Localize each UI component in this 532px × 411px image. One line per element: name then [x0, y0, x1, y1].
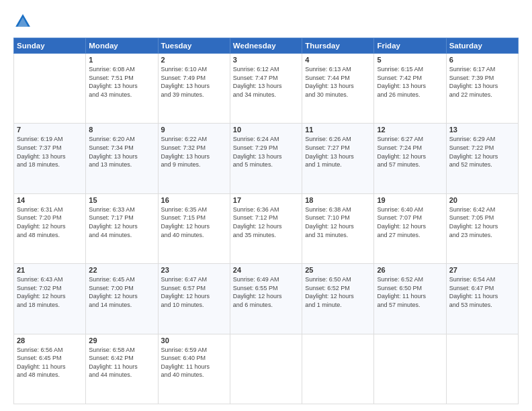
day-info: Sunrise: 6:36 AM Sunset: 7:12 PM Dayligh…	[233, 205, 299, 239]
day-number: 17	[233, 196, 299, 204]
table-row	[446, 334, 518, 404]
table-row: 10Sunrise: 6:24 AM Sunset: 7:29 PM Dayli…	[230, 124, 302, 193]
day-info: Sunrise: 6:49 AM Sunset: 6:55 PM Dayligh…	[233, 275, 299, 309]
day-number: 10	[233, 126, 299, 134]
day-number: 16	[161, 196, 227, 204]
day-number: 29	[89, 336, 154, 345]
day-info: Sunrise: 6:42 AM Sunset: 7:05 PM Dayligh…	[449, 205, 515, 239]
calendar-week-row: 28Sunrise: 6:56 AM Sunset: 6:45 PM Dayli…	[14, 334, 519, 404]
table-row: 1Sunrise: 6:08 AM Sunset: 7:51 PM Daylig…	[86, 54, 158, 124]
header	[13, 12, 519, 31]
col-sunday: Sunday	[14, 38, 86, 54]
day-info: Sunrise: 6:52 AM Sunset: 6:50 PM Dayligh…	[377, 275, 443, 309]
day-info: Sunrise: 6:19 AM Sunset: 7:37 PM Dayligh…	[17, 135, 83, 169]
day-number: 19	[377, 196, 443, 204]
day-info: Sunrise: 6:59 AM Sunset: 6:40 PM Dayligh…	[161, 346, 227, 379]
table-row: 12Sunrise: 6:27 AM Sunset: 7:24 PM Dayli…	[374, 124, 446, 193]
table-row: 23Sunrise: 6:47 AM Sunset: 6:57 PM Dayli…	[158, 264, 230, 334]
table-row: 13Sunrise: 6:29 AM Sunset: 7:22 PM Dayli…	[446, 124, 518, 193]
table-row: 6Sunrise: 6:17 AM Sunset: 7:39 PM Daylig…	[446, 54, 518, 124]
logo	[13, 12, 35, 31]
day-info: Sunrise: 6:40 AM Sunset: 7:07 PM Dayligh…	[377, 205, 443, 239]
day-number: 11	[305, 126, 371, 134]
table-row: 4Sunrise: 6:13 AM Sunset: 7:44 PM Daylig…	[302, 54, 374, 124]
table-row: 21Sunrise: 6:43 AM Sunset: 7:02 PM Dayli…	[14, 264, 86, 334]
col-monday: Monday	[86, 38, 158, 54]
day-info: Sunrise: 6:35 AM Sunset: 7:15 PM Dayligh…	[161, 205, 227, 239]
day-number: 7	[17, 126, 83, 134]
table-row	[230, 334, 302, 404]
day-number: 9	[161, 126, 227, 134]
table-row: 27Sunrise: 6:54 AM Sunset: 6:47 PM Dayli…	[446, 264, 518, 334]
day-info: Sunrise: 6:31 AM Sunset: 7:20 PM Dayligh…	[17, 205, 83, 239]
table-row: 9Sunrise: 6:22 AM Sunset: 7:32 PM Daylig…	[158, 124, 230, 193]
day-number: 20	[449, 196, 515, 204]
day-info: Sunrise: 6:17 AM Sunset: 7:39 PM Dayligh…	[449, 65, 515, 99]
table-row: 19Sunrise: 6:40 AM Sunset: 7:07 PM Dayli…	[374, 193, 446, 263]
day-number: 13	[449, 126, 515, 134]
table-row: 24Sunrise: 6:49 AM Sunset: 6:55 PM Dayli…	[230, 264, 302, 334]
day-number: 5	[377, 56, 443, 64]
day-info: Sunrise: 6:13 AM Sunset: 7:44 PM Dayligh…	[305, 65, 371, 99]
table-row: 2Sunrise: 6:10 AM Sunset: 7:49 PM Daylig…	[158, 54, 230, 124]
day-info: Sunrise: 6:58 AM Sunset: 6:42 PM Dayligh…	[89, 346, 154, 379]
day-info: Sunrise: 6:12 AM Sunset: 7:47 PM Dayligh…	[233, 65, 299, 99]
table-row: 17Sunrise: 6:36 AM Sunset: 7:12 PM Dayli…	[230, 193, 302, 263]
table-row: 16Sunrise: 6:35 AM Sunset: 7:15 PM Dayli…	[158, 193, 230, 263]
day-info: Sunrise: 6:27 AM Sunset: 7:24 PM Dayligh…	[377, 135, 443, 169]
day-number: 2	[161, 56, 227, 64]
table-row: 29Sunrise: 6:58 AM Sunset: 6:42 PM Dayli…	[86, 334, 158, 404]
day-info: Sunrise: 6:24 AM Sunset: 7:29 PM Dayligh…	[233, 135, 299, 169]
col-wednesday: Wednesday	[230, 38, 302, 54]
day-number: 6	[449, 56, 515, 64]
logo-icon	[13, 12, 32, 31]
table-row: 22Sunrise: 6:45 AM Sunset: 7:00 PM Dayli…	[86, 264, 158, 334]
calendar-table: Sunday Monday Tuesday Wednesday Thursday…	[13, 38, 519, 404]
day-info: Sunrise: 6:47 AM Sunset: 6:57 PM Dayligh…	[161, 275, 227, 309]
day-info: Sunrise: 6:10 AM Sunset: 7:49 PM Dayligh…	[161, 65, 227, 99]
calendar-week-row: 21Sunrise: 6:43 AM Sunset: 7:02 PM Dayli…	[14, 264, 519, 334]
table-row	[14, 54, 86, 124]
day-number: 12	[377, 126, 443, 134]
day-number: 14	[17, 196, 83, 204]
table-row: 28Sunrise: 6:56 AM Sunset: 6:45 PM Dayli…	[14, 334, 86, 404]
day-info: Sunrise: 6:29 AM Sunset: 7:22 PM Dayligh…	[449, 135, 515, 169]
table-row: 3Sunrise: 6:12 AM Sunset: 7:47 PM Daylig…	[230, 54, 302, 124]
table-row: 7Sunrise: 6:19 AM Sunset: 7:37 PM Daylig…	[14, 124, 86, 193]
calendar-week-row: 7Sunrise: 6:19 AM Sunset: 7:37 PM Daylig…	[14, 124, 519, 193]
day-info: Sunrise: 6:45 AM Sunset: 7:00 PM Dayligh…	[89, 275, 154, 309]
day-number: 24	[233, 266, 299, 274]
col-thursday: Thursday	[302, 38, 374, 54]
col-saturday: Saturday	[446, 38, 518, 54]
table-row: 18Sunrise: 6:38 AM Sunset: 7:10 PM Dayli…	[302, 193, 374, 263]
day-number: 23	[161, 266, 227, 274]
day-number: 1	[89, 56, 154, 64]
col-tuesday: Tuesday	[158, 38, 230, 54]
day-number: 18	[305, 196, 371, 204]
day-number: 21	[17, 266, 83, 274]
day-number: 15	[89, 196, 154, 204]
day-number: 8	[89, 126, 154, 134]
table-row: 26Sunrise: 6:52 AM Sunset: 6:50 PM Dayli…	[374, 264, 446, 334]
table-row: 14Sunrise: 6:31 AM Sunset: 7:20 PM Dayli…	[14, 193, 86, 263]
table-row: 15Sunrise: 6:33 AM Sunset: 7:17 PM Dayli…	[86, 193, 158, 263]
day-number: 28	[17, 336, 83, 345]
day-number: 30	[161, 336, 227, 345]
day-info: Sunrise: 6:56 AM Sunset: 6:45 PM Dayligh…	[17, 346, 83, 379]
day-info: Sunrise: 6:22 AM Sunset: 7:32 PM Dayligh…	[161, 135, 227, 169]
day-number: 22	[89, 266, 154, 274]
table-row: 8Sunrise: 6:20 AM Sunset: 7:34 PM Daylig…	[86, 124, 158, 193]
day-info: Sunrise: 6:38 AM Sunset: 7:10 PM Dayligh…	[305, 205, 371, 239]
table-row: 11Sunrise: 6:26 AM Sunset: 7:27 PM Dayli…	[302, 124, 374, 193]
table-row	[374, 334, 446, 404]
day-number: 4	[305, 56, 371, 64]
day-number: 25	[305, 266, 371, 274]
day-info: Sunrise: 6:50 AM Sunset: 6:52 PM Dayligh…	[305, 275, 371, 309]
day-number: 26	[377, 266, 443, 274]
day-info: Sunrise: 6:08 AM Sunset: 7:51 PM Dayligh…	[89, 65, 154, 99]
day-info: Sunrise: 6:15 AM Sunset: 7:42 PM Dayligh…	[377, 65, 443, 99]
table-row: 20Sunrise: 6:42 AM Sunset: 7:05 PM Dayli…	[446, 193, 518, 263]
day-info: Sunrise: 6:33 AM Sunset: 7:17 PM Dayligh…	[89, 205, 154, 239]
calendar-week-row: 1Sunrise: 6:08 AM Sunset: 7:51 PM Daylig…	[14, 54, 519, 124]
calendar-header-row: Sunday Monday Tuesday Wednesday Thursday…	[14, 38, 519, 54]
